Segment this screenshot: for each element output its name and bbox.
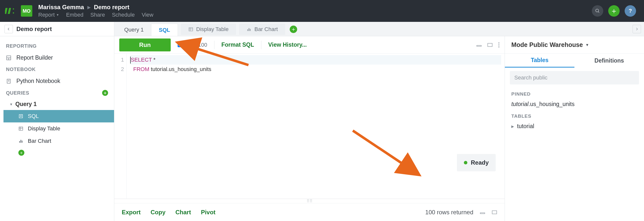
pinned-heading: PINNED xyxy=(505,88,644,98)
sidebar-item-label: SQL xyxy=(28,113,39,119)
menu-view[interactable]: View xyxy=(142,12,153,18)
sidebar-query-tree: ▼ Query 1 SQL Display Table Bar Chart ＋ xyxy=(0,98,114,158)
pinned-table-item[interactable]: tutorial.us_housing_units xyxy=(505,98,644,110)
sidebar-child-sql[interactable]: SQL xyxy=(4,110,114,122)
svg-point-30 xyxy=(498,44,500,45)
minimize-icon[interactable] xyxy=(476,43,482,47)
svg-rect-25 xyxy=(20,140,21,143)
pane-resize-handle[interactable]: ⠿⠿ xyxy=(114,199,504,203)
sidebar-child-bar-chart[interactable]: Bar Chart xyxy=(4,135,114,147)
pivot-button[interactable]: Pivot xyxy=(201,209,216,216)
right-panel: Mode Public Warehouse ▼ Tables Definitio… xyxy=(505,36,644,221)
annotation-arrow xyxy=(350,128,410,168)
svg-rect-10 xyxy=(248,28,249,31)
topbar: MO Marissa Gemma ▸ Demo report Report▼ E… xyxy=(0,0,644,22)
datasource-selector[interactable]: Mode Public Warehouse ▼ xyxy=(505,36,644,54)
subbar-title: Demo report xyxy=(16,25,52,32)
svg-line-35 xyxy=(353,131,405,165)
schema-tree-item[interactable]: ▶ tutorial xyxy=(505,120,644,132)
tab-query[interactable]: Query 1 xyxy=(117,23,151,36)
app-logo[interactable] xyxy=(5,6,15,16)
svg-line-5 xyxy=(598,12,599,13)
minimize-icon[interactable] xyxy=(480,210,485,214)
svg-point-31 xyxy=(498,46,500,47)
sql-toolbar: Run Limit 100 Format SQL View History... xyxy=(114,36,504,54)
avatar-initials: MO xyxy=(22,8,30,14)
search-button[interactable] xyxy=(592,5,603,17)
sidebar-item-report-builder[interactable]: Report Builder xyxy=(0,51,114,64)
schema-name: tutorial xyxy=(517,123,534,130)
table-icon xyxy=(188,27,193,32)
limit-label: Limit 100 xyxy=(185,42,207,48)
add-query-button[interactable]: ＋ xyxy=(102,90,108,96)
run-button[interactable]: Run xyxy=(119,38,171,51)
tables-heading: TABLES xyxy=(505,110,644,120)
schema-tabs: Tables Definitions xyxy=(505,54,644,67)
more-icon[interactable] xyxy=(498,42,500,48)
layout-icon xyxy=(6,55,12,61)
sidebar-item-label: Display Table xyxy=(28,125,60,132)
status-text: Ready xyxy=(471,158,489,167)
schema-search-input[interactable] xyxy=(510,71,639,84)
tab-strip: Query 1 SQL Display Table Bar Chart ＋ xyxy=(114,22,644,36)
breadcrumb-user[interactable]: Marissa Gemma xyxy=(38,4,84,11)
back-button[interactable] xyxy=(4,25,13,33)
sidebar-item-label: Report Builder xyxy=(16,54,53,61)
status-pill: Ready xyxy=(457,154,496,171)
copy-button[interactable]: Copy xyxy=(150,209,166,216)
sidebar-item-label: Query 1 xyxy=(16,101,37,108)
schema-tab-tables[interactable]: Tables xyxy=(505,54,574,67)
svg-rect-37 xyxy=(492,211,497,214)
subbar-left: Demo report xyxy=(0,22,114,36)
sidebar-child-display-table[interactable]: Display Table xyxy=(4,122,114,135)
center-panel: Run Limit 100 Format SQL View History...… xyxy=(114,36,505,221)
menu-schedule[interactable]: Schedule xyxy=(112,12,135,18)
bar-chart-icon xyxy=(18,139,24,144)
code-line: SELECT * xyxy=(130,55,501,65)
format-sql-button[interactable]: Format SQL xyxy=(222,41,254,48)
tab-display-table[interactable]: Display Table xyxy=(181,23,236,35)
menu-share[interactable]: Share xyxy=(90,12,105,18)
limit-checkbox[interactable] xyxy=(178,43,182,47)
limit-toggle[interactable]: Limit 100 xyxy=(178,42,207,48)
sidebar-item-python-notebook[interactable]: Python Notebook xyxy=(0,75,114,87)
svg-point-29 xyxy=(498,42,500,43)
schema-tab-definitions[interactable]: Definitions xyxy=(574,54,644,67)
status-dot-icon xyxy=(464,161,467,164)
add-tab-button[interactable]: ＋ xyxy=(290,25,297,33)
breadcrumb-report[interactable]: Demo report xyxy=(94,4,130,11)
menu-report[interactable]: Report▼ xyxy=(38,12,59,18)
caret-down-icon: ▼ xyxy=(10,102,13,106)
chevron-down-icon: ▼ xyxy=(585,43,589,47)
divider xyxy=(261,41,262,49)
sql-editor[interactable]: 1 2 SELECT * FROM tutorial.us_housing_un… xyxy=(114,54,504,199)
svg-rect-6 xyxy=(189,27,192,31)
svg-rect-36 xyxy=(480,213,485,214)
editor-body[interactable]: SELECT * FROM tutorial.us_housing_units xyxy=(127,54,504,199)
export-button[interactable]: Export xyxy=(122,209,141,216)
expand-right-button[interactable] xyxy=(632,25,641,33)
menu-embed[interactable]: Embed xyxy=(66,12,84,18)
code-line: FROM tutorial.us_housing_units xyxy=(130,65,501,74)
user-avatar[interactable]: MO xyxy=(21,5,32,17)
breadcrumb-separator: ▸ xyxy=(88,4,90,11)
help-button[interactable]: ? xyxy=(624,5,636,17)
sidebar-heading-queries: QUERIES ＋ xyxy=(0,87,114,98)
view-history-button[interactable]: View History... xyxy=(268,41,307,48)
chart-button[interactable]: Chart xyxy=(176,209,191,216)
line-number: 1 xyxy=(116,55,124,65)
maximize-icon[interactable] xyxy=(492,210,497,215)
maximize-icon[interactable] xyxy=(487,43,493,47)
subbar: Demo report Query 1 SQL Display Table Ba… xyxy=(0,22,644,36)
svg-point-4 xyxy=(596,9,599,12)
sidebar-add-child[interactable]: ＋ xyxy=(4,147,114,158)
sidebar-item-label: Bar Chart xyxy=(28,138,51,144)
new-button[interactable]: ＋ xyxy=(608,5,620,17)
tab-sql[interactable]: SQL xyxy=(151,23,178,36)
header-crumbs: Marissa Gemma ▸ Demo report Report▼ Embe… xyxy=(38,4,153,18)
line-number: 2 xyxy=(116,65,124,74)
svg-rect-9 xyxy=(247,29,248,31)
tab-bar-chart[interactable]: Bar Chart xyxy=(239,23,285,35)
sidebar-query-parent[interactable]: ▼ Query 1 xyxy=(4,98,114,110)
svg-rect-24 xyxy=(19,141,20,143)
